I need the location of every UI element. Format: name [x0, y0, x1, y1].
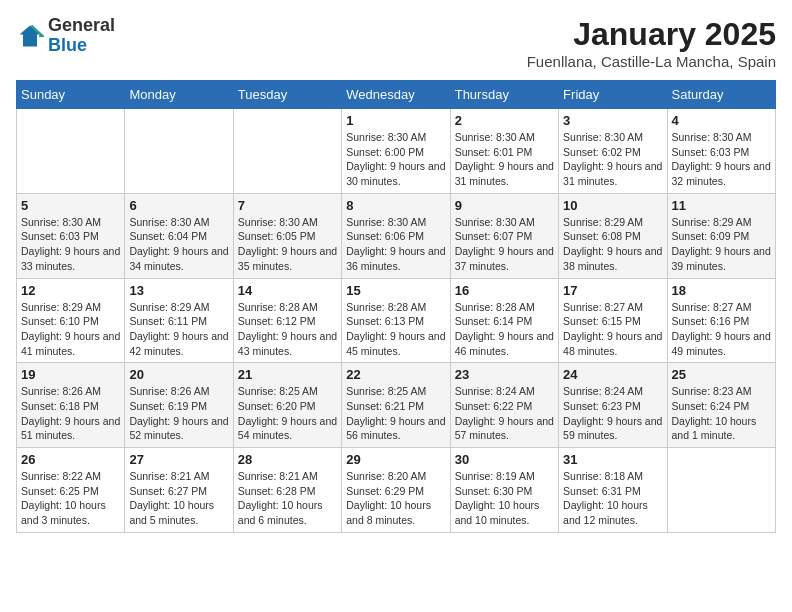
- calendar-cell: 6Sunrise: 8:30 AM Sunset: 6:04 PM Daylig…: [125, 193, 233, 278]
- day-info: Sunrise: 8:27 AM Sunset: 6:16 PM Dayligh…: [672, 300, 771, 359]
- week-row-2: 5Sunrise: 8:30 AM Sunset: 6:03 PM Daylig…: [17, 193, 776, 278]
- day-number: 21: [238, 367, 337, 382]
- calendar-cell: 3Sunrise: 8:30 AM Sunset: 6:02 PM Daylig…: [559, 109, 667, 194]
- weekday-header-tuesday: Tuesday: [233, 81, 341, 109]
- day-info: Sunrise: 8:29 AM Sunset: 6:08 PM Dayligh…: [563, 215, 662, 274]
- weekday-header-saturday: Saturday: [667, 81, 775, 109]
- calendar-cell: 8Sunrise: 8:30 AM Sunset: 6:06 PM Daylig…: [342, 193, 450, 278]
- day-number: 7: [238, 198, 337, 213]
- month-title: January 2025: [527, 16, 776, 53]
- calendar-cell: 1Sunrise: 8:30 AM Sunset: 6:00 PM Daylig…: [342, 109, 450, 194]
- day-number: 1: [346, 113, 445, 128]
- day-number: 12: [21, 283, 120, 298]
- day-number: 17: [563, 283, 662, 298]
- calendar-cell: 7Sunrise: 8:30 AM Sunset: 6:05 PM Daylig…: [233, 193, 341, 278]
- calendar-cell: 5Sunrise: 8:30 AM Sunset: 6:03 PM Daylig…: [17, 193, 125, 278]
- day-number: 25: [672, 367, 771, 382]
- calendar-cell: 11Sunrise: 8:29 AM Sunset: 6:09 PM Dayli…: [667, 193, 775, 278]
- day-info: Sunrise: 8:22 AM Sunset: 6:25 PM Dayligh…: [21, 469, 120, 528]
- day-number: 27: [129, 452, 228, 467]
- calendar-cell: [233, 109, 341, 194]
- calendar-cell: 16Sunrise: 8:28 AM Sunset: 6:14 PM Dayli…: [450, 278, 558, 363]
- day-info: Sunrise: 8:30 AM Sunset: 6:02 PM Dayligh…: [563, 130, 662, 189]
- day-number: 11: [672, 198, 771, 213]
- day-info: Sunrise: 8:30 AM Sunset: 6:03 PM Dayligh…: [21, 215, 120, 274]
- day-info: Sunrise: 8:24 AM Sunset: 6:22 PM Dayligh…: [455, 384, 554, 443]
- calendar-cell: 21Sunrise: 8:25 AM Sunset: 6:20 PM Dayli…: [233, 363, 341, 448]
- day-number: 13: [129, 283, 228, 298]
- calendar-cell: 18Sunrise: 8:27 AM Sunset: 6:16 PM Dayli…: [667, 278, 775, 363]
- week-row-4: 19Sunrise: 8:26 AM Sunset: 6:18 PM Dayli…: [17, 363, 776, 448]
- logo-icon: [16, 22, 44, 50]
- calendar-cell: 17Sunrise: 8:27 AM Sunset: 6:15 PM Dayli…: [559, 278, 667, 363]
- weekday-header-row: SundayMondayTuesdayWednesdayThursdayFrid…: [17, 81, 776, 109]
- calendar-cell: 29Sunrise: 8:20 AM Sunset: 6:29 PM Dayli…: [342, 448, 450, 533]
- week-row-5: 26Sunrise: 8:22 AM Sunset: 6:25 PM Dayli…: [17, 448, 776, 533]
- day-info: Sunrise: 8:27 AM Sunset: 6:15 PM Dayligh…: [563, 300, 662, 359]
- calendar-cell: 27Sunrise: 8:21 AM Sunset: 6:27 PM Dayli…: [125, 448, 233, 533]
- day-info: Sunrise: 8:21 AM Sunset: 6:27 PM Dayligh…: [129, 469, 228, 528]
- day-info: Sunrise: 8:30 AM Sunset: 6:01 PM Dayligh…: [455, 130, 554, 189]
- weekday-header-wednesday: Wednesday: [342, 81, 450, 109]
- day-number: 29: [346, 452, 445, 467]
- weekday-header-monday: Monday: [125, 81, 233, 109]
- calendar-cell: 26Sunrise: 8:22 AM Sunset: 6:25 PM Dayli…: [17, 448, 125, 533]
- week-row-3: 12Sunrise: 8:29 AM Sunset: 6:10 PM Dayli…: [17, 278, 776, 363]
- calendar-cell: 19Sunrise: 8:26 AM Sunset: 6:18 PM Dayli…: [17, 363, 125, 448]
- calendar-cell: [125, 109, 233, 194]
- calendar-cell: 25Sunrise: 8:23 AM Sunset: 6:24 PM Dayli…: [667, 363, 775, 448]
- logo: General Blue: [16, 16, 115, 56]
- day-info: Sunrise: 8:30 AM Sunset: 6:06 PM Dayligh…: [346, 215, 445, 274]
- calendar-cell: 24Sunrise: 8:24 AM Sunset: 6:23 PM Dayli…: [559, 363, 667, 448]
- day-info: Sunrise: 8:28 AM Sunset: 6:14 PM Dayligh…: [455, 300, 554, 359]
- day-number: 16: [455, 283, 554, 298]
- day-info: Sunrise: 8:23 AM Sunset: 6:24 PM Dayligh…: [672, 384, 771, 443]
- calendar-cell: 10Sunrise: 8:29 AM Sunset: 6:08 PM Dayli…: [559, 193, 667, 278]
- day-info: Sunrise: 8:25 AM Sunset: 6:21 PM Dayligh…: [346, 384, 445, 443]
- day-info: Sunrise: 8:29 AM Sunset: 6:10 PM Dayligh…: [21, 300, 120, 359]
- day-number: 2: [455, 113, 554, 128]
- day-number: 15: [346, 283, 445, 298]
- day-number: 23: [455, 367, 554, 382]
- calendar-cell: 20Sunrise: 8:26 AM Sunset: 6:19 PM Dayli…: [125, 363, 233, 448]
- day-info: Sunrise: 8:28 AM Sunset: 6:12 PM Dayligh…: [238, 300, 337, 359]
- day-info: Sunrise: 8:19 AM Sunset: 6:30 PM Dayligh…: [455, 469, 554, 528]
- day-number: 5: [21, 198, 120, 213]
- calendar-cell: 4Sunrise: 8:30 AM Sunset: 6:03 PM Daylig…: [667, 109, 775, 194]
- calendar-cell: [17, 109, 125, 194]
- page-header: General Blue January 2025 Fuenllana, Cas…: [16, 16, 776, 70]
- day-info: Sunrise: 8:25 AM Sunset: 6:20 PM Dayligh…: [238, 384, 337, 443]
- day-info: Sunrise: 8:18 AM Sunset: 6:31 PM Dayligh…: [563, 469, 662, 528]
- day-number: 24: [563, 367, 662, 382]
- day-info: Sunrise: 8:21 AM Sunset: 6:28 PM Dayligh…: [238, 469, 337, 528]
- weekday-header-sunday: Sunday: [17, 81, 125, 109]
- logo-text: General Blue: [48, 16, 115, 56]
- day-number: 19: [21, 367, 120, 382]
- day-info: Sunrise: 8:29 AM Sunset: 6:09 PM Dayligh…: [672, 215, 771, 274]
- calendar-cell: 12Sunrise: 8:29 AM Sunset: 6:10 PM Dayli…: [17, 278, 125, 363]
- calendar-cell: 23Sunrise: 8:24 AM Sunset: 6:22 PM Dayli…: [450, 363, 558, 448]
- day-info: Sunrise: 8:28 AM Sunset: 6:13 PM Dayligh…: [346, 300, 445, 359]
- day-info: Sunrise: 8:26 AM Sunset: 6:18 PM Dayligh…: [21, 384, 120, 443]
- day-info: Sunrise: 8:30 AM Sunset: 6:05 PM Dayligh…: [238, 215, 337, 274]
- day-number: 10: [563, 198, 662, 213]
- day-info: Sunrise: 8:20 AM Sunset: 6:29 PM Dayligh…: [346, 469, 445, 528]
- calendar-cell: 30Sunrise: 8:19 AM Sunset: 6:30 PM Dayli…: [450, 448, 558, 533]
- day-number: 18: [672, 283, 771, 298]
- calendar-cell: 9Sunrise: 8:30 AM Sunset: 6:07 PM Daylig…: [450, 193, 558, 278]
- day-number: 31: [563, 452, 662, 467]
- calendar-cell: 15Sunrise: 8:28 AM Sunset: 6:13 PM Dayli…: [342, 278, 450, 363]
- day-info: Sunrise: 8:30 AM Sunset: 6:07 PM Dayligh…: [455, 215, 554, 274]
- weekday-header-thursday: Thursday: [450, 81, 558, 109]
- day-info: Sunrise: 8:30 AM Sunset: 6:04 PM Dayligh…: [129, 215, 228, 274]
- day-number: 22: [346, 367, 445, 382]
- day-info: Sunrise: 8:29 AM Sunset: 6:11 PM Dayligh…: [129, 300, 228, 359]
- day-number: 30: [455, 452, 554, 467]
- calendar-cell: 14Sunrise: 8:28 AM Sunset: 6:12 PM Dayli…: [233, 278, 341, 363]
- weekday-header-friday: Friday: [559, 81, 667, 109]
- day-info: Sunrise: 8:24 AM Sunset: 6:23 PM Dayligh…: [563, 384, 662, 443]
- calendar-cell: 31Sunrise: 8:18 AM Sunset: 6:31 PM Dayli…: [559, 448, 667, 533]
- day-number: 4: [672, 113, 771, 128]
- day-number: 28: [238, 452, 337, 467]
- week-row-1: 1Sunrise: 8:30 AM Sunset: 6:00 PM Daylig…: [17, 109, 776, 194]
